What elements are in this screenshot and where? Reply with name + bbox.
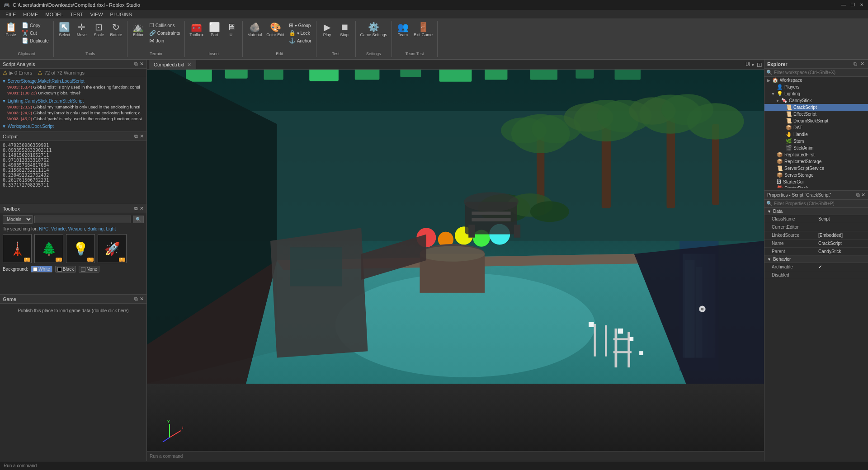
properties-close-btn[interactable]: ✕ [861, 192, 865, 198]
game-settings-button[interactable]: ⚙️ Game Settings [359, 22, 389, 38]
toolbox-search-input[interactable] [34, 216, 131, 223]
constraints-button[interactable]: 🔗 Constraints [147, 29, 182, 37]
toolbox-search-button[interactable]: 🔍 [133, 216, 144, 223]
tree-item-lighting[interactable]: ▼ 💡 Lighting [764, 90, 868, 97]
tree-item-dreamstickscript[interactable]: 📜 DreamStickScript [764, 118, 868, 124]
collisions-button[interactable]: ☐ Collisions [147, 22, 182, 29]
section-header-0[interactable]: ▼ ServerStorage.MakeItRain.LocalScript [2, 78, 145, 84]
toolbox-title: Toolbox [3, 206, 20, 212]
properties-header-btns[interactable]: ⧉ ✕ [856, 192, 865, 198]
material-button[interactable]: 🪨 Material [245, 22, 264, 38]
scale-button[interactable]: ⊡ Scale [91, 22, 107, 38]
stop-button[interactable]: ⏹ Stop [336, 22, 353, 38]
explorer-search-input[interactable] [774, 70, 866, 75]
restore-button[interactable]: ❐ [850, 2, 855, 8]
props-section-data[interactable]: ▼ Data [764, 208, 868, 215]
copy-button[interactable]: 📄 Copy [20, 22, 51, 29]
suggestion-vehicle[interactable]: Vehicle [51, 226, 66, 231]
play-button[interactable]: ▶ Play [319, 22, 335, 38]
props-section-behavior[interactable]: ▼ Behavior [764, 256, 868, 263]
tree-item-serverstorage[interactable]: 📦 ServerStorage [764, 172, 868, 179]
join-button[interactable]: ⋈ Join [147, 37, 182, 44]
bg-none-button[interactable]: None [79, 266, 99, 273]
script-analysis-close-btn[interactable]: ✕ [140, 61, 144, 67]
tree-item-players[interactable]: 👤 Players [764, 84, 868, 90]
output-float-btn[interactable]: ⧉ [134, 133, 138, 139]
anchor-button[interactable]: ⚓ Anchor [287, 37, 313, 44]
toolbox-item-1[interactable]: 🌲 🏆 [34, 234, 63, 263]
color-edit-button[interactable]: 🎨 Color Edit [264, 22, 286, 38]
tree-item-handle[interactable]: 🤚 Handle [764, 131, 868, 138]
tree-item-crackscript[interactable]: 📜 CrackScript [764, 104, 868, 111]
tree-item-serverscriptservice[interactable]: 📜 ServerScriptService [764, 165, 868, 172]
tree-item-starterpack[interactable]: 🎒 StarterPack [764, 185, 868, 188]
menu-plugins[interactable]: PLUGINS [107, 11, 136, 18]
part-button[interactable]: ⬜ Part [206, 22, 222, 38]
script-analysis-header-btns[interactable]: ⧉ ✕ [134, 61, 144, 67]
menu-home[interactable]: HOME [19, 11, 42, 18]
tree-item-replicatedfirst[interactable]: 📦 ReplicatedFirst [764, 151, 868, 158]
explorer-header-btns[interactable]: ⧉ ✕ [853, 61, 865, 67]
paste-button[interactable]: 📋 Paste [3, 22, 19, 38]
cut-button[interactable]: ✂️ Cut [20, 29, 51, 37]
menu-model[interactable]: MODEL [42, 11, 66, 18]
game-content[interactable]: Publish this place to load game data (do… [0, 304, 146, 460]
properties-search-input[interactable] [774, 201, 866, 206]
game-close-btn[interactable]: ✕ [140, 296, 144, 302]
bg-black-button[interactable]: Black [55, 266, 76, 273]
duplicate-button[interactable]: 📑 Duplicate [20, 37, 51, 44]
toolbox-header-btns[interactable]: ⧉ ✕ [134, 206, 144, 212]
properties-float-btn[interactable]: ⧉ [856, 192, 860, 198]
tree-item-effectscript[interactable]: 📜 EffectScript [764, 111, 868, 118]
exit-game-button[interactable]: 🚪 Exit Game [412, 22, 434, 38]
script-analysis-float-btn[interactable]: ⧉ [134, 61, 138, 67]
game-message[interactable]: Publish this place to load game data (do… [18, 308, 128, 313]
bg-white-button[interactable]: White [31, 266, 52, 273]
tree-item-stickanim[interactable]: 🎬 StickAnim [764, 145, 868, 151]
select-button[interactable]: ↖️ Select [57, 22, 73, 38]
rotate-button[interactable]: ↻ Rotate [108, 22, 124, 38]
team-button[interactable]: 👥 Team [395, 22, 411, 38]
tree-item-workspace[interactable]: ▶ 🏠 Workspace [764, 77, 868, 84]
tree-item-stem[interactable]: 🌿 Stem [764, 138, 868, 145]
suggestion-light[interactable]: Light [106, 226, 116, 231]
toolbox-float-btn[interactable]: ⧉ [134, 206, 138, 212]
tree-item-candystick[interactable]: ▼ 🍬 CandyStick [764, 97, 868, 104]
section-header-1[interactable]: ▼ Lighting.CandyStick.DreamStickScript [2, 98, 145, 104]
viewport-expand-btn[interactable]: ⊡ [757, 61, 762, 68]
viewport-canvas[interactable]: X Y Z [147, 70, 764, 451]
suggestion-weapon[interactable]: Weapon [68, 226, 85, 231]
minimize-button[interactable]: — [841, 2, 846, 8]
tree-item-replicatedstorage[interactable]: 📦 ReplicatedStorage [764, 158, 868, 165]
viewport-tab-compiled[interactable]: Compiled.rbxl ✕ [149, 61, 196, 69]
toolbox-item-2[interactable]: 💡 🏆 [66, 234, 95, 263]
toolbox-item-0[interactable]: 🗼 🏆 [3, 234, 32, 263]
group-button[interactable]: ⊞ ▾ Group [287, 22, 313, 29]
menu-test[interactable]: TEST [66, 11, 86, 18]
menu-file[interactable]: FILE [2, 11, 19, 18]
output-header-btns[interactable]: ⧉ ✕ [134, 133, 144, 139]
window-controls[interactable]: — ❐ ✕ [841, 2, 864, 8]
explorer-close-btn[interactable]: ✕ [859, 61, 865, 67]
game-float-btn[interactable]: ⧉ [134, 296, 138, 302]
toolbox-close-btn[interactable]: ✕ [140, 206, 144, 212]
output-close-btn[interactable]: ✕ [140, 133, 144, 139]
explorer-float-btn[interactable]: ⧉ [853, 61, 858, 67]
command-input[interactable] [150, 454, 761, 459]
toolbox-category-dropdown[interactable]: Models Decals Audio Meshes Plugins [3, 215, 33, 224]
toolbox-button[interactable]: 🧰 Toolbox [188, 22, 205, 38]
suggestion-npc[interactable]: NPC [39, 226, 48, 231]
menu-view[interactable]: VIEW [86, 11, 106, 18]
lock-button[interactable]: 🔒 ▾ Lock [287, 29, 313, 37]
viewport-tab-close[interactable]: ✕ [187, 62, 191, 67]
game-header-btns[interactable]: ⧉ ✕ [134, 296, 144, 302]
terrain-editor-button[interactable]: ⛰️ Editor [130, 22, 146, 38]
suggestion-building[interactable]: Building [87, 226, 104, 231]
tree-item-startergui[interactable]: 🖼 StarterGui [764, 179, 868, 185]
ui-button[interactable]: 🖥 UI [223, 22, 240, 38]
section-header-2[interactable]: ▼ Workspace.Door.Script [2, 123, 145, 129]
tree-item-dat[interactable]: 📦 DAT [764, 124, 868, 131]
close-button[interactable]: ✕ [859, 2, 864, 8]
toolbox-item-3[interactable]: 🚀 🏆 [98, 234, 127, 263]
move-button[interactable]: ✛ Move [74, 22, 90, 38]
